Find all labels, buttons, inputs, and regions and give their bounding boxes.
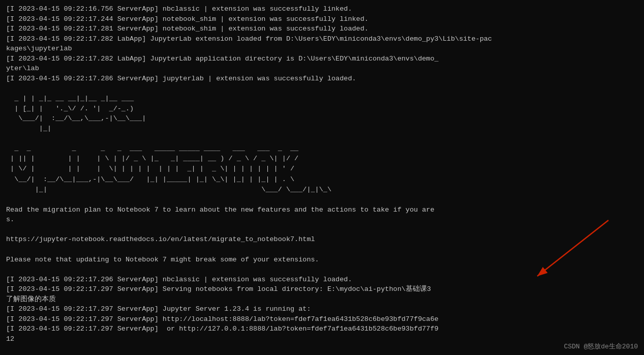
log-jupyter-server: [I 2023-04-15 09:22:17.297 ServerApp] Ju… — [6, 304, 638, 314]
blank-line-2 — [6, 133, 638, 143]
log-line-7: yter\lab — [6, 64, 638, 74]
log-line-6: [I 2023-04-15 09:22:17.282 LabApp] Jupyt… — [6, 54, 638, 64]
log-nbclassic: [I 2023-04-15 09:22:17.296 ServerApp] nb… — [6, 275, 638, 285]
log-line-3: [I 2023-04-15 09:22:17.281 ServerApp] no… — [6, 24, 638, 34]
blank-line-4 — [6, 225, 638, 235]
ascii-jupyter: _ _ _ _ _ ___ _____ _____ ____ ___ ___ _… — [6, 143, 638, 195]
blank-line-1 — [6, 84, 638, 94]
ascii-art-jupyter: _ | | _|_ __ __|_|__ _|__ ___ | [_| | '.… — [6, 94, 638, 133]
blank-line-5 — [6, 245, 638, 255]
log-12: 12 — [6, 334, 638, 344]
watermark: CSDN @怒放de生命2010 — [564, 342, 638, 351]
log-line-8: [I 2023-04-15 09:22:17.286 ServerApp] ju… — [6, 74, 638, 84]
log-localhost: [I 2023-04-15 09:22:17.297 ServerApp] ht… — [6, 314, 638, 324]
log-line-4: [I 2023-04-15 09:22:17.282 LabApp] Jupyt… — [6, 34, 638, 44]
log-line-2: [I 2023-04-15 09:22:17.244 ServerApp] no… — [6, 14, 638, 24]
log-serving-cont: 了解图像的本质 — [6, 294, 638, 305]
log-line-1: [I 2023-04-15 09:22:16.756 ServerApp] nb… — [6, 4, 638, 14]
terminal-window: [I 2023-04-15 09:22:16.756 ServerApp] nb… — [0, 0, 644, 355]
log-migration-s: s. — [6, 215, 638, 225]
log-migration: Read the migration plan to Notebook 7 to… — [6, 205, 638, 215]
log-url: https://jupyter-notebook.readthedocs.io/… — [6, 234, 638, 245]
log-127: [I 2023-04-15 09:22:17.297 ServerApp] or… — [6, 324, 638, 334]
blank-line-6 — [6, 264, 638, 275]
log-serving: [I 2023-04-15 09:22:17.297 ServerApp] Se… — [6, 284, 638, 294]
log-note: Please note that updating to Notebook 7 … — [6, 255, 638, 265]
blank-line-3 — [6, 195, 638, 205]
log-line-5: kages\jupyterlab — [6, 44, 638, 54]
